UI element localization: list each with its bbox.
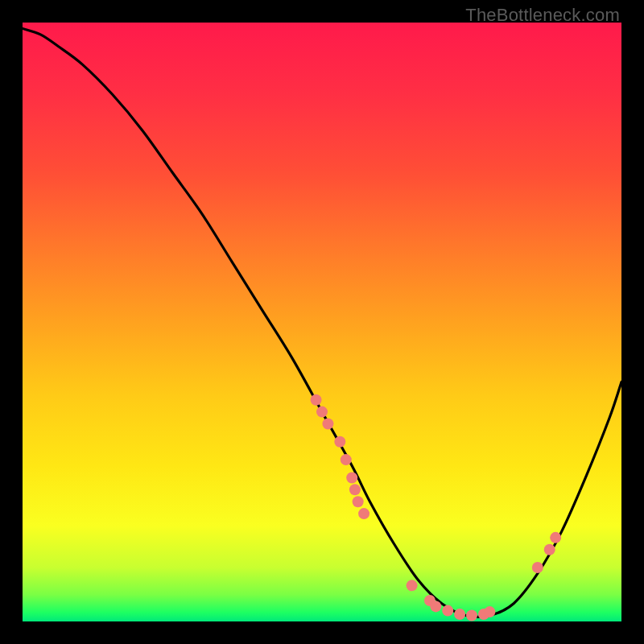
highlight-point <box>358 508 369 519</box>
highlight-point <box>454 609 465 620</box>
highlight-point <box>466 610 477 621</box>
highlight-point <box>544 544 555 555</box>
highlight-point <box>550 532 561 543</box>
highlight-point <box>484 606 495 617</box>
highlight-point <box>407 580 418 591</box>
highlight-point <box>442 605 453 617</box>
highlight-point <box>532 562 543 573</box>
highlight-point <box>334 436 345 448</box>
highlight-point <box>346 472 357 483</box>
chart-frame <box>23 23 621 621</box>
highlight-point <box>311 394 322 406</box>
highlight-point <box>341 454 352 465</box>
highlight-point <box>349 484 361 495</box>
chart-svg <box>23 23 621 621</box>
highlight-point <box>322 418 333 429</box>
highlight-point <box>353 496 364 507</box>
highlight-point <box>316 407 328 418</box>
chart-background <box>23 23 621 621</box>
highlight-point <box>430 601 441 612</box>
